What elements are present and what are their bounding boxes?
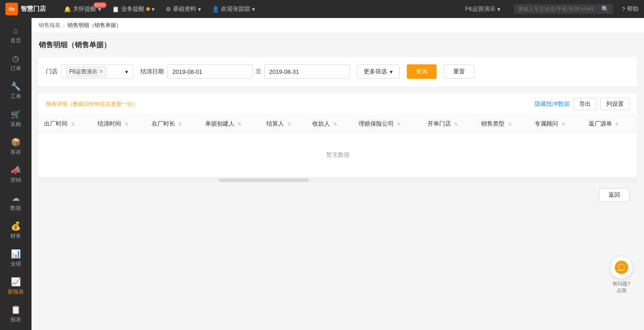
col-insurance-company[interactable]: 理赔保险公司 ⇅ (353, 115, 422, 133)
store-select-arrow: ▾ (125, 68, 128, 75)
breadcrumb-separator: › (63, 23, 65, 29)
col-creator[interactable]: 单据创建人 ⇅ (200, 115, 261, 133)
chat-widget[interactable]: 有问题? 点我 (608, 256, 635, 294)
sidebar-item-inventory[interactable]: 📦 库存 (0, 133, 32, 161)
sort-icon-return-source: ⇅ (615, 122, 619, 127)
col-settler[interactable]: 结算人 ⇅ (261, 115, 307, 133)
store-tag-close[interactable]: ✕ (99, 68, 104, 75)
table-info: 报表详情（数据10分钟左右更新一次） (46, 100, 138, 108)
more-filter-chevron-icon: ▾ (390, 68, 393, 75)
sort-icon-insurance-company: ⇅ (397, 122, 401, 127)
search-box[interactable]: 🔍 (514, 4, 613, 14)
sidebar-item-new-report[interactable]: 📈 新报表 (0, 272, 32, 300)
sidebar-item-marketing[interactable]: 📣 营销 (0, 161, 32, 189)
sort-icon-leave-time: ⇅ (71, 122, 75, 127)
sort-icon-settler: ⇅ (288, 122, 291, 127)
page-title: 销售明细（销售单据） (39, 41, 637, 50)
sidebar-item-finance[interactable]: 💰 财务 (0, 217, 32, 244)
empty-row: 暂无数据 (39, 133, 637, 177)
sidebar-item-data[interactable]: ☁ 数据 (0, 189, 32, 217)
date-to-input[interactable] (264, 64, 350, 79)
home-icon: ⌂ (14, 26, 18, 36)
nav-welcome[interactable]: 👤 欢迎张甜甜 ▾ (207, 3, 260, 15)
sidebar-item-order[interactable]: ◷ 订单 (0, 49, 32, 77)
col-leave-time[interactable]: 出厂时间 ⇅ (39, 115, 92, 133)
search-icon[interactable]: 🔍 (601, 5, 609, 13)
table-panel: 报表详情（数据10分钟左右更新一次） 隐藏抵冲数据 导出 列设置 (39, 93, 637, 183)
table-header: 出厂时间 ⇅ 结清时间 ⇅ 在厂时长 ⇅ (39, 115, 637, 133)
help-button[interactable]: ? 帮助 (622, 5, 639, 13)
data-icon: ☁ (12, 193, 20, 203)
col-clear-time[interactable]: 结清时间 ⇅ (92, 115, 146, 133)
finance-icon: 💰 (11, 221, 21, 231)
chat-icon (615, 261, 628, 274)
app-name: 智慧门店 (21, 5, 46, 13)
col-return-source[interactable]: 返厂源单 ⇅ (583, 115, 637, 133)
app-logo[interactable]: fIn 智慧门店 (5, 3, 50, 15)
breadcrumb-current: 销售明细（销售单据） (68, 22, 122, 29)
table-body: 暂无数据 (39, 133, 637, 177)
col-consultant[interactable]: 专属顾问 ⇅ (529, 115, 583, 133)
breadcrumb: 销售报表 › 销售明细（销售单据） (32, 18, 644, 33)
business-reminder-dot (146, 7, 150, 11)
sort-icon-sales-type: ⇅ (508, 122, 512, 127)
inventory-icon: 📦 (11, 137, 21, 147)
table-wrapper[interactable]: 出厂时间 ⇅ 结清时间 ⇅ 在厂时长 ⇅ (39, 115, 637, 177)
sidebar-item-report[interactable]: 📋 报表 (0, 300, 32, 328)
data-table: 出厂时间 ⇅ 结清时间 ⇅ 在厂时长 ⇅ (39, 115, 637, 177)
store-label: 门店 (46, 68, 58, 76)
nav-basic-info[interactable]: ⚙ 基础资料 ▾ (161, 3, 206, 15)
marketing-icon: 📣 (11, 165, 21, 175)
table-actions: 隐藏抵冲数据 导出 列设置 (535, 98, 630, 110)
date-filter: 结清日期 至 (140, 64, 350, 79)
export-button[interactable]: 导出 (573, 98, 597, 110)
sidebar-item-home[interactable]: ⌂ 首页 (0, 22, 32, 49)
logo-icon: fIn (5, 3, 18, 15)
empty-text: 暂无数据 (39, 133, 637, 177)
date-from-input[interactable] (167, 64, 253, 79)
page-footer: 返回 (39, 183, 637, 207)
query-button[interactable]: 查询 (407, 64, 437, 79)
topbar: fIn 智慧门店 🔔 关怀提醒 6849 ▾ 📋 业务提醒 ▾ ⚙ 基础资料 ▾… (0, 0, 644, 18)
order-icon: ◷ (12, 54, 19, 63)
new-report-icon: 📈 (11, 277, 21, 287)
chat-icon-circle[interactable] (610, 256, 633, 279)
chat-text-line1: 有问题? 点我 (608, 280, 635, 294)
nav-care-reminder[interactable]: 🔔 关怀提醒 6849 ▾ (59, 3, 106, 15)
search-input[interactable] (518, 6, 599, 12)
table-toolbar: 报表详情（数据10分钟左右更新一次） 隐藏抵冲数据 导出 列设置 (39, 93, 637, 115)
sidebar: ⌂ 首页 ◷ 订单 🔧 工单 🛒 采购 📦 库存 📣 营销 ☁ 数据 💰 (0, 18, 32, 330)
performance-icon: 📊 (11, 249, 21, 259)
date-label: 结清日期 (140, 68, 164, 76)
content-area: 销售报表 › 销售明细（销售单据） 销售明细（销售单据） 门店 F6运营演示 ✕ (32, 18, 644, 330)
report-icon: 📋 (11, 305, 21, 315)
sidebar-item-performance[interactable]: 📊 业绩 (0, 244, 32, 272)
main-layout: ⌂ 首页 ◷ 订单 🔧 工单 🛒 采购 📦 库存 📣 营销 ☁ 数据 💰 (0, 18, 644, 330)
sidebar-item-work-order[interactable]: 🔧 工单 (0, 77, 32, 105)
store-tag: F6运营演示 ✕ (66, 67, 107, 77)
filter-panel: 门店 F6运营演示 ✕ ▾ 结清日期 至 (39, 57, 637, 86)
col-sales-type[interactable]: 销售类型 ⇅ (476, 115, 529, 133)
nav-business-reminder[interactable]: 📋 业务提醒 ▾ (108, 3, 159, 15)
store-filter: 门店 F6运营演示 ✕ ▾ (46, 64, 133, 79)
more-filter-button[interactable]: 更多筛选 ▾ (357, 64, 400, 79)
sort-icon-creator: ⇅ (238, 122, 241, 127)
sidebar-item-purchase[interactable]: 🛒 采购 (0, 105, 32, 133)
sort-icon-stay-duration: ⇅ (178, 122, 182, 127)
hide-data-button[interactable]: 隐藏抵冲数据 (535, 100, 570, 108)
sidebar-item-insurance[interactable]: ☂ 保险 (0, 328, 32, 330)
col-open-store[interactable]: 开单门店 ⇅ (422, 115, 476, 133)
col-collector[interactable]: 收款人 ⇅ (307, 115, 353, 133)
breadcrumb-parent[interactable]: 销售报表 (39, 22, 60, 29)
table-scrollbar-thumb[interactable] (219, 178, 309, 182)
reset-button[interactable]: 重置 (444, 64, 474, 79)
topbar-store[interactable]: F6运营演示 ▾ (461, 5, 505, 13)
store-select[interactable]: F6运营演示 ✕ ▾ (61, 64, 133, 79)
col-stay-duration[interactable]: 在厂时长 ⇅ (146, 115, 200, 133)
back-button[interactable]: 返回 (599, 188, 630, 202)
date-range: 至 (167, 64, 350, 79)
purchase-icon: 🛒 (11, 109, 21, 119)
col-settings-button[interactable]: 列设置 (600, 98, 630, 110)
sort-icon-clear-time: ⇅ (125, 122, 128, 127)
table-scrollbar[interactable] (39, 177, 637, 183)
